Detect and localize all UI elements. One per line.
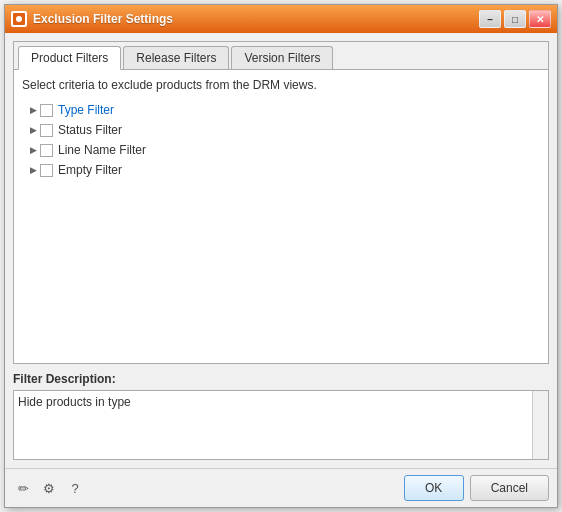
tab-bar: Product Filters Release Filters Version … [14, 42, 548, 70]
filter-list: ▶ Type Filter ▶ Status Filter ▶ L [22, 100, 540, 355]
list-item[interactable]: ▶ Status Filter [22, 120, 540, 140]
checkbox-status[interactable] [40, 124, 53, 137]
list-item[interactable]: ▶ Type Filter [22, 100, 540, 120]
checkbox-linename[interactable] [40, 144, 53, 157]
minimize-button[interactable]: – [479, 10, 501, 28]
expand-arrow-linename: ▶ [26, 143, 40, 157]
help-icon[interactable]: ? [65, 478, 85, 498]
desc-scrollbar[interactable] [532, 391, 548, 459]
filter-desc-label: Filter Description: [13, 372, 549, 386]
bottom-bar: ✏ ⚙ ? OK Cancel [5, 468, 557, 507]
filter-description-section: Filter Description: Hide products in typ… [13, 372, 549, 460]
close-button[interactable]: ✕ [529, 10, 551, 28]
tab-version-filters[interactable]: Version Filters [231, 46, 333, 69]
edit-icon[interactable]: ✏ [13, 478, 33, 498]
ok-button[interactable]: OK [404, 475, 464, 501]
list-item[interactable]: ▶ Line Name Filter [22, 140, 540, 160]
tab-description: Select criteria to exclude products from… [22, 78, 540, 92]
checkbox-type[interactable] [40, 104, 53, 117]
expand-arrow-status: ▶ [26, 123, 40, 137]
filter-label-linename: Line Name Filter [58, 143, 146, 157]
expand-arrow-type: ▶ [26, 103, 40, 117]
filter-label-type: Type Filter [58, 103, 114, 117]
filter-label-status: Status Filter [58, 123, 122, 137]
tab-container: Product Filters Release Filters Version … [13, 41, 549, 364]
settings-icon[interactable]: ⚙ [39, 478, 59, 498]
cancel-button[interactable]: Cancel [470, 475, 549, 501]
checkbox-empty[interactable] [40, 164, 53, 177]
main-window: Exclusion Filter Settings – □ ✕ Product … [4, 4, 558, 508]
expand-arrow-empty: ▶ [26, 163, 40, 177]
tab-content: Select criteria to exclude products from… [14, 70, 548, 363]
window-body: Product Filters Release Filters Version … [5, 33, 557, 468]
maximize-button[interactable]: □ [504, 10, 526, 28]
title-bar: Exclusion Filter Settings – □ ✕ [5, 5, 557, 33]
svg-point-1 [16, 16, 22, 22]
tab-release-filters[interactable]: Release Filters [123, 46, 229, 69]
filter-label-empty: Empty Filter [58, 163, 122, 177]
tab-product-filters[interactable]: Product Filters [18, 46, 121, 70]
list-item[interactable]: ▶ Empty Filter [22, 160, 540, 180]
window-controls: – □ ✕ [479, 10, 551, 28]
window-title: Exclusion Filter Settings [33, 12, 479, 26]
filter-desc-text: Hide products in type [18, 395, 131, 409]
app-icon [11, 11, 27, 27]
filter-desc-box: Hide products in type [13, 390, 549, 460]
